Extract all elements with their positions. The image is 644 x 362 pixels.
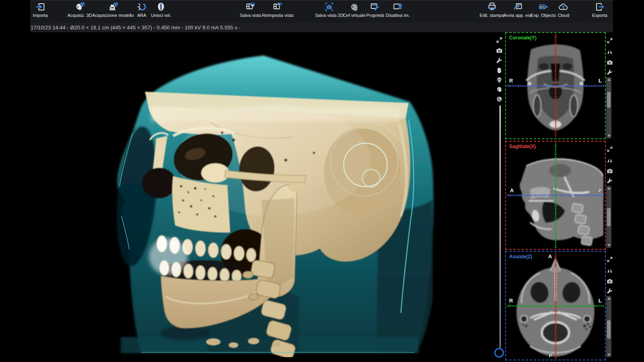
acquire-model-icon bbox=[108, 2, 118, 12]
orientation-label-anterior: A bbox=[510, 187, 514, 193]
coronal-slice-scrollbar[interactable] bbox=[606, 77, 611, 138]
toolbar-button-label: Cloud bbox=[558, 13, 570, 18]
toolbar-button-cloud[interactable]: Cloud bbox=[558, 2, 570, 18]
save-view-2d-icon bbox=[324, 2, 334, 12]
axial-view[interactable]: Assiale(Z) bbox=[505, 251, 606, 360]
toolbar-button-unisci-vol[interactable]: Unisci vol. bbox=[151, 2, 171, 18]
axial-view-title: Assiale(Z) bbox=[509, 254, 532, 259]
toolbar-button-label: Acquisizione modello bbox=[92, 13, 134, 18]
import-icon bbox=[35, 2, 45, 12]
toolbar-button-edit-stampa[interactable]: Edit. stampa bbox=[479, 2, 504, 18]
3d-clip-slider-track[interactable] bbox=[500, 105, 501, 348]
3d-skull-render bbox=[113, 39, 435, 357]
snapshot-3d-button[interactable] bbox=[495, 46, 504, 55]
toolbar-button-label: Exp. Objects bbox=[531, 13, 556, 18]
toolbar-button-proprieta[interactable]: Proprietà bbox=[366, 2, 384, 18]
coronal-crosshair-horizontal[interactable] bbox=[507, 85, 604, 87]
scroll-up-icon[interactable] bbox=[607, 78, 611, 81]
external-app-icon bbox=[513, 2, 523, 12]
orientation-label-anterior: A bbox=[548, 253, 552, 259]
scroll-up-icon[interactable] bbox=[607, 187, 611, 189]
app-window: Importa Acquisiz. 3D ARA Acquisizione mo… bbox=[30, 0, 613, 362]
axial-snapshot-button[interactable] bbox=[606, 278, 613, 285]
coronal-view[interactable]: Coronale(Y) R L bbox=[505, 32, 606, 139]
toolbar-button-salva-vista[interactable]: Salva vista bbox=[239, 2, 261, 18]
scroll-up-icon[interactable] bbox=[607, 297, 611, 300]
toolbar-button-label: Unisci vol. bbox=[151, 13, 171, 18]
toolbar-button-cef-virtuale[interactable]: Cef virtuale bbox=[343, 2, 365, 18]
toolbar-button-label: Salva vista 2D bbox=[315, 13, 343, 18]
coronal-scrollbar-thumb[interactable] bbox=[607, 92, 611, 108]
toolbar-button-acquisiz-3d[interactable]: Acquisiz. 3D bbox=[67, 2, 92, 18]
sagittal-scrollbar-thumb[interactable] bbox=[607, 208, 611, 226]
scan-info-bar: 17/10/23 14:44 - Ø20.0 × 16.1 cm (445 × … bbox=[30, 23, 613, 32]
ara-icon bbox=[136, 2, 147, 12]
axial-mirror-button[interactable] bbox=[606, 267, 613, 274]
toolbar-button-esporta[interactable]: Esporta bbox=[592, 2, 607, 18]
toolbar-button-disattiva-im[interactable]: Disattiva im. bbox=[386, 2, 410, 18]
toolbar-button-acquisizione-modello[interactable]: ARA Acquisizione modello bbox=[92, 2, 134, 18]
3d-viewport[interactable] bbox=[30, 32, 485, 362]
orientation-label-left: L bbox=[599, 78, 602, 84]
axial-slice-scrollbar[interactable] bbox=[606, 296, 611, 357]
save-view-icon bbox=[245, 2, 256, 12]
coronal-view-title: Coronale(Y) bbox=[509, 35, 537, 41]
acquire-3d-icon bbox=[74, 2, 85, 12]
orientation-label-right: R bbox=[509, 298, 513, 304]
toolbar-button-label: Salva vista bbox=[239, 13, 261, 18]
toolbar-button-label: Avvia app. est. bbox=[504, 13, 533, 18]
toolbar-button-label: Acquisiz. 3D bbox=[67, 13, 92, 18]
toolbar-button-label: Importa bbox=[33, 13, 47, 18]
reset-view-icon bbox=[272, 2, 283, 12]
coronal-settings-button[interactable] bbox=[606, 69, 613, 76]
properties-icon bbox=[370, 2, 380, 12]
sagittal-snapshot-button[interactable] bbox=[606, 167, 613, 175]
orientation-label-posterior: P bbox=[549, 352, 553, 358]
scroll-down-icon[interactable] bbox=[607, 354, 611, 356]
coronal-mirror-button[interactable] bbox=[606, 48, 613, 56]
soft-tissue-preset-button[interactable] bbox=[495, 66, 504, 75]
scroll-down-icon[interactable] bbox=[607, 244, 611, 247]
cloud-upload-icon bbox=[558, 2, 569, 12]
sagittal-crosshair-horizontal[interactable] bbox=[507, 194, 604, 196]
render-settings-button[interactable] bbox=[495, 56, 504, 65]
toolbar-button-exp-objects[interactable]: STL Exp. Objects bbox=[531, 2, 556, 18]
expand-3d-button[interactable] bbox=[495, 35, 504, 44]
toolbar-button-salva-vista-2d[interactable]: Salva vista 2D bbox=[315, 2, 343, 18]
scan-info-text: 17/10/23 14:44 - Ø20.0 × 16.1 cm (445 × … bbox=[31, 25, 240, 31]
export-icon bbox=[594, 2, 605, 12]
axial-crosshair-horizontal[interactable] bbox=[507, 305, 604, 307]
coronal-snapshot-button[interactable] bbox=[606, 59, 613, 66]
toolbar-button-label: Reimposta vista bbox=[262, 13, 293, 18]
toolbar-button-label: Edit. stampa bbox=[479, 13, 504, 18]
sagittal-expand-button[interactable] bbox=[606, 146, 613, 153]
skull-side-preset-button[interactable] bbox=[495, 85, 504, 94]
axial-settings-button[interactable] bbox=[606, 288, 613, 295]
3d-clip-slider-handle[interactable] bbox=[494, 348, 504, 358]
sagittal-slice-scrollbar[interactable] bbox=[606, 186, 611, 248]
sagittal-mirror-button[interactable] bbox=[606, 157, 613, 164]
toolbar-button-label: Esporta bbox=[592, 13, 607, 18]
disable-image-icon bbox=[392, 2, 403, 12]
sagittal-settings-button[interactable] bbox=[606, 177, 613, 185]
skull-front-preset-button[interactable] bbox=[495, 76, 504, 84]
toolbar-button-label: Cef virtuale bbox=[343, 13, 365, 18]
coronal-expand-button[interactable] bbox=[606, 37, 613, 44]
svg-text:STL: STL bbox=[540, 6, 545, 8]
virtual-ceph-icon bbox=[349, 2, 359, 12]
sagittal-view[interactable]: Sagittale(X) bbox=[505, 141, 606, 250]
print-editor-icon bbox=[487, 2, 497, 12]
toolbar-button-ara[interactable]: ARA bbox=[136, 2, 147, 18]
sagittal-view-title: Sagittale(X) bbox=[509, 144, 536, 149]
scroll-down-icon[interactable] bbox=[607, 135, 611, 137]
axial-expand-button[interactable] bbox=[606, 256, 613, 263]
toolbar-button-avvia-app-est[interactable]: Avvia app. est. bbox=[504, 2, 533, 18]
orientation-label-posterior: P bbox=[598, 187, 602, 193]
toolbar-button-label: ARA bbox=[137, 13, 147, 18]
main-toolbar: Importa Acquisiz. 3D ARA Acquisizione mo… bbox=[30, 0, 613, 23]
toolbar-button-importa[interactable]: Importa bbox=[33, 2, 47, 18]
axial-scrollbar-thumb[interactable] bbox=[607, 320, 611, 339]
tmj-preset-button[interactable] bbox=[495, 95, 504, 103]
toolbar-button-reimposta-vista[interactable]: Reimposta vista bbox=[262, 2, 293, 18]
orientation-label-right: R bbox=[509, 78, 513, 84]
